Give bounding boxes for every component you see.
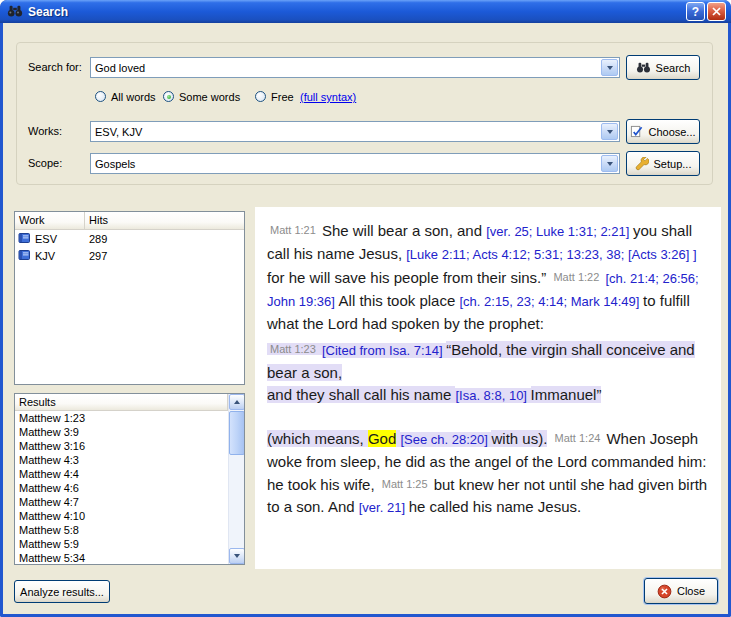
result-item[interactable]: Matthew 4:4 bbox=[15, 467, 228, 481]
result-item[interactable]: Matthew 5:9 bbox=[15, 537, 228, 551]
scroll-down-button[interactable] bbox=[229, 548, 245, 564]
cross-reference[interactable]: [Isa. 8:8, 10] bbox=[455, 388, 530, 403]
radio-some-words-label: Some words bbox=[179, 91, 240, 103]
verse-text: She will bear a son, and bbox=[322, 222, 486, 239]
verse-text: with us). bbox=[491, 430, 547, 447]
results-header: Results bbox=[15, 394, 228, 411]
radio-all-words-label: All words bbox=[111, 91, 156, 103]
triangle-down-icon bbox=[234, 554, 240, 558]
verse-text: All this took place bbox=[339, 292, 460, 309]
works-input[interactable] bbox=[91, 122, 619, 141]
result-item[interactable]: Matthew 3:9 bbox=[15, 425, 228, 439]
analyze-results-button[interactable]: Analyze results... bbox=[14, 580, 110, 603]
result-item[interactable]: Matthew 4:10 bbox=[15, 509, 228, 523]
result-item[interactable]: Matthew 4:3 bbox=[15, 453, 228, 467]
triangle-up-icon bbox=[234, 400, 240, 404]
hits-table: Work Hits ESV289KJV297 bbox=[14, 211, 245, 385]
preview-pane: Matt 1:21 She will bear a son, and [ver.… bbox=[255, 207, 721, 569]
window-title: Search bbox=[28, 5, 684, 19]
result-item[interactable]: Matthew 1:23 bbox=[15, 411, 228, 425]
radio-free[interactable]: Free bbox=[255, 90, 294, 103]
verse-ref: Matt 1:21 bbox=[267, 224, 322, 236]
search-input[interactable] bbox=[91, 58, 619, 77]
cross-reference[interactable]: [ver. 21] bbox=[359, 500, 409, 515]
verse-text: (which means, bbox=[267, 430, 368, 447]
search-for-label: Search for: bbox=[28, 61, 82, 73]
binoculars-icon bbox=[636, 62, 651, 73]
search-dropdown-button[interactable] bbox=[601, 59, 618, 76]
setup-button-label: Setup... bbox=[654, 158, 692, 170]
titlebar-close-button[interactable] bbox=[707, 2, 726, 21]
verse-text: for he will save his people from their s… bbox=[267, 269, 550, 286]
scrollbar-thumb[interactable] bbox=[229, 411, 245, 455]
scroll-up-button[interactable] bbox=[229, 394, 245, 410]
verse-text: he called his name Jesus. bbox=[409, 498, 582, 515]
hits-table-body: ESV289KJV297 bbox=[15, 230, 244, 264]
verse-text: and they shall call his name bbox=[267, 386, 455, 403]
full-syntax-link[interactable]: (full syntax) bbox=[300, 91, 356, 103]
setup-button[interactable]: Setup... bbox=[626, 151, 700, 176]
hits-count: 289 bbox=[85, 233, 244, 245]
search-window: Search ? Search for: Search All words So… bbox=[0, 0, 731, 617]
radio-free-label: Free bbox=[271, 91, 294, 103]
radio-icon bbox=[95, 91, 106, 102]
verse-ref: Matt 1:23 bbox=[267, 343, 322, 355]
results-scrollbar[interactable] bbox=[228, 394, 244, 564]
result-item[interactable]: Matthew 3:16 bbox=[15, 439, 228, 453]
scope-input[interactable] bbox=[91, 154, 619, 173]
analyze-results-label: Analyze results... bbox=[20, 586, 104, 598]
radio-some-words[interactable]: Some words bbox=[163, 90, 240, 103]
work-column-header[interactable]: Work bbox=[15, 212, 85, 229]
cross-reference[interactable]: [See ch. 28:20] bbox=[400, 432, 491, 447]
verse-ref: Matt 1:24 bbox=[552, 432, 607, 444]
radio-icon bbox=[255, 91, 266, 102]
work-name: KJV bbox=[35, 250, 55, 262]
verse-text: Immanuel” bbox=[531, 386, 602, 403]
book-icon bbox=[18, 232, 31, 246]
results-items: Matthew 1:23Matthew 3:9Matthew 3:16Matth… bbox=[15, 411, 228, 564]
scope-label: Scope: bbox=[28, 157, 62, 169]
chevron-down-icon bbox=[607, 130, 613, 134]
preview-paragraph: (which means, God [See ch. 28:20] with u… bbox=[267, 427, 709, 519]
checklist-icon bbox=[630, 125, 643, 138]
binoculars-icon bbox=[7, 5, 24, 18]
result-item[interactable]: Matthew 4:6 bbox=[15, 481, 228, 495]
preview-paragraph: Matt 1:21 She will bear a son, and [ver.… bbox=[267, 219, 709, 335]
cross-reference[interactable]: [Luke 2:11; Acts 4:12; 5:31; 13:23, 38; … bbox=[406, 247, 696, 262]
close-button[interactable]: Close bbox=[644, 578, 718, 604]
hits-table-header: Work Hits bbox=[15, 212, 244, 230]
cross-reference[interactable]: [ch. 2:15, 23; 4:14; Mark 14:49] bbox=[459, 294, 643, 309]
scope-dropdown-button[interactable] bbox=[601, 155, 618, 172]
choose-button-label: Choose... bbox=[648, 126, 695, 138]
titlebar: Search ? bbox=[0, 0, 731, 23]
works-combobox bbox=[90, 121, 620, 142]
works-dropdown-button[interactable] bbox=[601, 123, 618, 140]
hits-column-header[interactable]: Hits bbox=[85, 212, 244, 229]
cross-reference[interactable]: [ver. 25; Luke 1:31; 2:21] bbox=[486, 224, 633, 239]
result-item[interactable]: Matthew 4:7 bbox=[15, 495, 228, 509]
help-button[interactable]: ? bbox=[686, 2, 705, 21]
search-combobox bbox=[90, 57, 620, 78]
book-icon bbox=[18, 249, 31, 263]
verse-text: God bbox=[368, 430, 396, 447]
wrench-icon bbox=[635, 157, 649, 171]
verse-text bbox=[547, 430, 551, 447]
scope-combobox bbox=[90, 153, 620, 174]
result-item[interactable]: Matthew 5:34 bbox=[15, 551, 228, 564]
result-item[interactable]: Matthew 5:8 bbox=[15, 523, 228, 537]
close-button-label: Close bbox=[677, 585, 705, 597]
cross-reference[interactable]: [Cited from Isa. 7:14] bbox=[322, 343, 446, 358]
results-list: Results Matthew 1:23Matthew 3:9Matthew 3… bbox=[14, 393, 245, 565]
search-button[interactable]: Search bbox=[626, 55, 700, 80]
hits-count: 297 bbox=[85, 250, 244, 262]
work-name: ESV bbox=[35, 233, 57, 245]
search-button-label: Search bbox=[656, 62, 691, 74]
verse-ref: Matt 1:25 bbox=[379, 478, 434, 490]
hits-row[interactable]: ESV289 bbox=[15, 230, 244, 247]
choose-button[interactable]: Choose... bbox=[626, 119, 700, 144]
chevron-down-icon bbox=[607, 66, 613, 70]
verse-ref: Matt 1:22 bbox=[550, 271, 605, 283]
radio-all-words[interactable]: All words bbox=[95, 90, 156, 103]
chevron-down-icon bbox=[607, 162, 613, 166]
hits-row[interactable]: KJV297 bbox=[15, 247, 244, 264]
